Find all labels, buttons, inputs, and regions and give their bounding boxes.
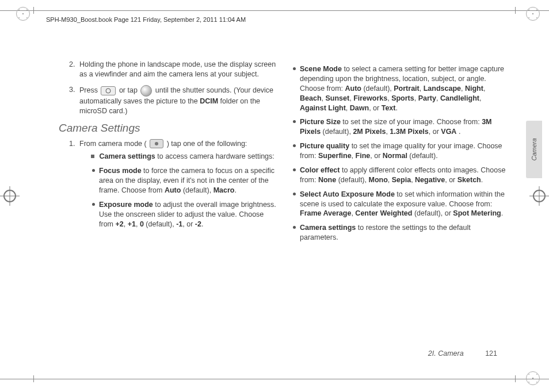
sep: (default), or — [412, 209, 453, 217]
print-rosette-icon — [16, 7, 30, 21]
opt: Sports — [391, 94, 414, 102]
registration-target-icon — [533, 190, 546, 202]
option-text: to set the size of your image. Choose fr… — [342, 118, 482, 126]
picture-size-item: Picture Size to set the size of your ima… — [293, 117, 506, 137]
opt: Superfine — [318, 152, 352, 160]
color-effect-item: Color effect to apply different color ef… — [293, 166, 506, 185]
opt: VGA — [441, 128, 456, 136]
option-label: Focus mode — [99, 167, 142, 175]
bullet-icon — [293, 193, 296, 195]
sep: , or — [182, 220, 195, 228]
column-left: 2. Holding the phone in landscape mode, … — [63, 60, 277, 336]
sep: , — [483, 84, 485, 93]
option-label: Exposure mode — [99, 201, 153, 209]
camera-settings-tail: to access camera hardware settings: — [157, 152, 274, 160]
camera-key-icon — [101, 86, 116, 95]
column-right: Scene Mode to select a camera setting fo… — [293, 60, 506, 336]
sep: , or — [429, 128, 441, 136]
camera-mode-icon — [150, 139, 163, 148]
footer-page-number: 121 — [485, 349, 497, 358]
opt: Spot Metering — [453, 209, 501, 217]
sep: , — [352, 152, 356, 160]
option-label: Picture quality — [300, 142, 349, 150]
opt: Sepia — [392, 176, 411, 184]
bullet-icon — [293, 120, 296, 123]
opt: +2 — [115, 220, 123, 228]
picture-quality-item: Picture quality to set the image quality… — [293, 141, 506, 161]
opt: None — [318, 176, 336, 184]
sep: , — [388, 176, 392, 184]
square-bullet-icon — [91, 155, 94, 158]
opt: Center Weighted — [355, 209, 412, 217]
step-text: Holding the phone in landscape mode, use… — [79, 60, 276, 78]
side-tab-label: Camera — [531, 138, 537, 160]
opt: Sunset — [325, 94, 349, 102]
step-number: 2. — [69, 60, 75, 70]
camera-settings-label: Camera settings — [99, 152, 155, 160]
opt: Frame Average — [300, 209, 351, 217]
page-body: 2. Holding the phone in landscape mode, … — [63, 60, 506, 336]
restore-settings-item: Camera settings to restore the settings … — [293, 223, 506, 243]
step-text-post: ) tap one of the following: — [167, 140, 247, 148]
step-number: 3. — [69, 85, 75, 95]
opt: Auto — [345, 84, 361, 93]
sep: (default), — [321, 128, 353, 136]
step-3: 3. Press or tap until the shutter sounds… — [71, 85, 277, 116]
opt: Sketch — [458, 176, 481, 184]
opt: Portrait — [394, 84, 419, 93]
sep: . — [501, 209, 503, 217]
side-tab: Camera — [526, 121, 542, 178]
option-label: Color effect — [300, 166, 340, 174]
sep: (default). — [407, 152, 438, 160]
sep: , or — [369, 104, 382, 112]
opt: -1 — [176, 220, 182, 228]
sep: . — [481, 176, 483, 184]
sep: , — [414, 94, 418, 102]
option-label: Select Auto Exposure Mode — [300, 190, 395, 198]
crop-mark-top — [0, 10, 549, 11]
section-heading: Camera Settings — [59, 122, 277, 134]
bullet-icon — [293, 168, 296, 171]
camera-settings-subitem: Camera settings to access camera hardwar… — [79, 152, 277, 162]
sep: , or — [370, 152, 383, 160]
opt: Auto — [165, 186, 181, 194]
sep: , — [461, 84, 465, 93]
focus-mode-item: Focus mode to force the camera to focus … — [79, 166, 277, 195]
trackball-icon — [140, 85, 152, 97]
opt: Macro — [214, 186, 235, 194]
sep: , — [420, 84, 424, 93]
step-2: 2. Holding the phone in landscape mode, … — [71, 60, 277, 79]
scene-mode-item: Scene Mode to select a camera setting fo… — [293, 64, 506, 113]
opt: Landscape — [424, 84, 461, 93]
print-rosette-icon — [526, 371, 540, 385]
bullet-icon — [293, 226, 296, 229]
opt: Beach — [300, 94, 322, 102]
opt: 2M Pixels — [353, 128, 386, 136]
sep: . — [395, 104, 397, 112]
step-text-mid: or tap — [119, 86, 139, 94]
sep: , — [346, 104, 350, 112]
opt: Fireworks — [353, 94, 387, 102]
opt: Text — [382, 104, 396, 112]
step-number: 1. — [69, 139, 75, 149]
opt: Dawn — [350, 104, 369, 112]
crop-mark-left — [3, 190, 16, 202]
camera-settings-step-1: 1. From camera mode ( ) tap one of the f… — [71, 139, 277, 229]
step-text-pre: Press — [79, 86, 100, 94]
bullet-icon — [293, 144, 296, 147]
bullet-icon — [293, 67, 296, 70]
bullet-icon — [92, 169, 95, 172]
exposure-mode-item: Exposure mode to adjust the overall imag… — [79, 200, 277, 229]
sep: , — [479, 94, 481, 102]
opt: Negative — [415, 176, 445, 184]
crop-mark-bottom — [0, 379, 549, 379]
step-text-pre: From camera mode ( — [79, 140, 147, 148]
sep: , or — [445, 176, 458, 184]
sep: (default), — [361, 84, 394, 93]
opt: Party — [418, 94, 436, 102]
bullet-icon — [92, 203, 95, 206]
opt: +1 — [128, 220, 136, 228]
registration-target-icon — [3, 190, 16, 202]
option-label: Scene Mode — [300, 65, 342, 73]
opt: 0 — [140, 220, 144, 228]
